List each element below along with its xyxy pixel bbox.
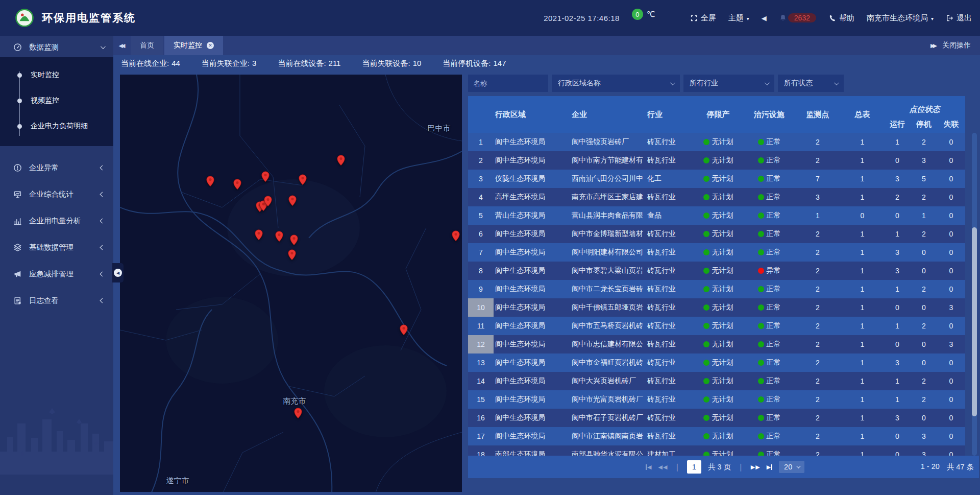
table-row[interactable]: 15 阆中生态环境局 阆中市光富页岩机砖厂 砖瓦行业 无计划 正常 2 1 1 …	[468, 390, 965, 409]
page-size-select[interactable]: 20	[779, 461, 804, 473]
chevron-down-icon: ▾	[747, 16, 749, 21]
map-pin[interactable]	[299, 174, 307, 185]
table-row[interactable]: 16 阆中生态环境局 阆中市石子页岩机砖厂 砖瓦行业 无计划 正常 2 1 3 …	[468, 409, 965, 427]
map-pin[interactable]	[400, 324, 408, 336]
megaphone-icon	[13, 270, 22, 278]
limit-status-dot	[703, 286, 709, 292]
table-row[interactable]: 1 阆中生态环境局 阆中强锐页岩砖厂 砖瓦行业 无计划 正常 2 1 1 2 0	[468, 133, 965, 151]
limit-status-dot	[703, 396, 709, 403]
region-filter-select[interactable]: 行政区域名称	[552, 75, 680, 92]
table-row[interactable]: 12 阆中生态环境局 阆中市忠信建材有限公 砖瓦行业 无计划 正常 2 1 0 …	[468, 335, 965, 353]
map-pin[interactable]	[337, 155, 346, 166]
sidebar-item-label: 实时监控	[31, 70, 59, 80]
row-company: 阆中市枣碧大梁山页岩	[570, 262, 646, 280]
logout-button[interactable]: 退出	[946, 13, 972, 23]
name-filter-input[interactable]	[468, 75, 548, 92]
map-pin[interactable]	[261, 171, 270, 182]
sidebar-item-base-data[interactable]: 基础数据管理	[0, 234, 113, 261]
row-meters-count: 1	[841, 151, 884, 170]
table-row[interactable]: 6 阆中生态环境局 阆中市金博瑞新型墙材 砖瓦行业 无计划 正常 2 1 1 2…	[468, 225, 965, 243]
row-index: 18	[468, 445, 494, 456]
page-number-input[interactable]: 1	[687, 460, 701, 474]
close-tab-icon[interactable]: ✕	[207, 42, 214, 49]
row-points-count: 2	[795, 298, 841, 317]
table-row[interactable]: 5 营山生态环境局 营山县润丰肉食品有限 食品 无计划 正常 1 0 0 1 0	[468, 206, 965, 225]
map-pin[interactable]	[255, 229, 263, 241]
map-pin[interactable]	[294, 408, 303, 419]
user-org-dropdown[interactable]: 南充市生态环境局▾	[867, 13, 934, 23]
row-company: 阆中明阳建材有限公司	[570, 243, 646, 262]
sidebar-item-enterprise-abnormal[interactable]: 企业异常	[0, 154, 113, 181]
close-operations-dropdown[interactable]: ▶▶ 关闭操作	[930, 36, 980, 55]
theme-dropdown[interactable]: 主题▾	[728, 13, 749, 23]
row-meters-count: 1	[841, 133, 884, 151]
row-lost-count: 0	[937, 353, 965, 372]
chevron-down-icon	[101, 44, 106, 49]
row-industry: 砖瓦行业	[646, 372, 693, 390]
map-pin[interactable]	[452, 230, 460, 242]
row-stop-count: 2	[911, 188, 937, 206]
sidebar-item-realtime-monitor[interactable]: 实时监控	[0, 62, 113, 88]
row-limit-status: 无计划	[693, 298, 744, 317]
prev-page-button[interactable]: ◀◀	[658, 464, 667, 470]
table-row[interactable]: 7 阆中生态环境局 阆中明阳建材有限公司 砖瓦行业 无计划 正常 2 1 3 0…	[468, 243, 965, 262]
row-points-count: 2	[795, 280, 841, 298]
map-pin[interactable]	[264, 196, 273, 207]
row-region: 阆中生态环境局	[494, 353, 570, 372]
tab-realtime-monitor[interactable]: 实时监控 ✕	[164, 36, 223, 55]
map-pin[interactable]	[290, 234, 299, 246]
datetime-label: 2021-02-25 17:46:18	[544, 14, 620, 22]
fullscreen-button[interactable]: 全屏	[690, 13, 716, 23]
map-pin[interactable]	[206, 176, 215, 187]
row-stop-count: 5	[911, 170, 937, 188]
table-row[interactable]: 17 阆中生态环境局 阆中市江南镇阆南页岩 砖瓦行业 无计划 正常 2 1 0 …	[468, 427, 965, 445]
table-row[interactable]: 14 阆中生态环境局 阆中大兴页岩机砖厂 砖瓦行业 无计划 正常 2 1 1 2…	[468, 372, 965, 390]
sidebar-item-log-view[interactable]: 日志查看	[0, 287, 113, 314]
sidebar-item-emergency-reduction[interactable]: 应急减排管理	[0, 261, 113, 287]
next-page-button[interactable]: ▶▶	[751, 464, 760, 470]
help-button[interactable]: 帮助	[828, 13, 854, 23]
table-row[interactable]: 13 阆中生态环境局 阆中市金福旺页岩机砖 砖瓦行业 无计划 正常 2 1 3 …	[468, 353, 965, 372]
row-device-status: 正常	[744, 225, 795, 243]
table-row[interactable]: 4 高坪生态环境局 南充市高坪区王家店建 砖瓦行业 无计划 正常 3 1 2 2…	[468, 188, 965, 206]
table-row[interactable]: 11 阆中生态环境局 阆中市五马桥页岩机砖 砖瓦行业 无计划 正常 2 1 1 …	[468, 317, 965, 335]
status-filter-select[interactable]: 所有状态	[778, 75, 844, 92]
table-row[interactable]: 8 阆中生态环境局 阆中市枣碧大梁山页岩 砖瓦行业 无计划 异常 2 1 3 0…	[468, 262, 965, 280]
notifications-button[interactable]: 2632	[779, 13, 816, 22]
row-lost-count: 0	[937, 206, 965, 225]
map-pin[interactable]	[288, 249, 297, 261]
phone-icon	[828, 14, 836, 22]
row-stop-count: 2	[911, 225, 937, 243]
table-row[interactable]: 2 阆中生态环境局 阆中市南方节能建材有 砖瓦行业 无计划 正常 2 1 0 3…	[468, 151, 965, 170]
sidebar-item-video-monitor[interactable]: 视频监控	[0, 88, 113, 113]
row-index: 11	[468, 317, 494, 335]
table-row[interactable]: 3 仪陇生态环境局 西南油气田分公司川中 化工 无计划 正常 7 1 3 5 0	[468, 170, 965, 188]
row-region: 阆中生态环境局	[494, 298, 570, 317]
scrollbar-thumb[interactable]	[972, 227, 977, 416]
row-points-count: 2	[795, 409, 841, 427]
map-pin[interactable]	[233, 179, 242, 190]
last-page-button[interactable]: ▶	[767, 464, 772, 470]
sidebar-submenu: 实时监控 视频监控 企业电力负荷明细	[0, 57, 113, 146]
industry-filter-select[interactable]: 所有行业	[683, 75, 774, 92]
tabs-scroll-left-button[interactable]: ◀◀	[113, 36, 131, 55]
sidebar-item-power-analysis[interactable]: 企业用电量分析	[0, 207, 113, 234]
first-page-button[interactable]: ◀	[646, 464, 651, 470]
table-row[interactable]: 10 阆中生态环境局 阆中千佛镇五郎垭页岩 砖瓦行业 无计划 正常 2 1 0 …	[468, 298, 965, 317]
row-lost-count: 0	[937, 390, 965, 409]
row-run-count: 0	[884, 298, 911, 317]
map-pin[interactable]	[275, 231, 284, 242]
table-row[interactable]: 18 南部生态环境局 南部县驰华水泥有限公 建材加工 无计划 正常 2 1 0 …	[468, 445, 965, 456]
map-pin[interactable]	[288, 195, 297, 206]
tab-home[interactable]: 首页	[131, 36, 163, 55]
sidebar-item-enterprise-statistics[interactable]: 企业综合统计	[0, 181, 113, 207]
table-row[interactable]: 9 阆中生态环境局 阆中市二龙长宝页岩砖 砖瓦行业 无计划 正常 2 1 1 2…	[468, 280, 965, 298]
sidebar-item-data-monitoring[interactable]: 数据监测	[0, 37, 113, 57]
row-limit-status: 无计划	[693, 133, 744, 151]
row-device-status: 正常	[744, 390, 795, 409]
mute-speaker-icon[interactable]: ◀	[762, 14, 767, 22]
sidebar-item-power-load-detail[interactable]: 企业电力负荷明细	[0, 113, 113, 139]
map-panel[interactable]: 巴中市 南充市 遂宁市	[120, 75, 462, 492]
row-lost-count: 0	[937, 225, 965, 243]
sidebar-collapse-handle[interactable]: ◀	[112, 263, 124, 282]
